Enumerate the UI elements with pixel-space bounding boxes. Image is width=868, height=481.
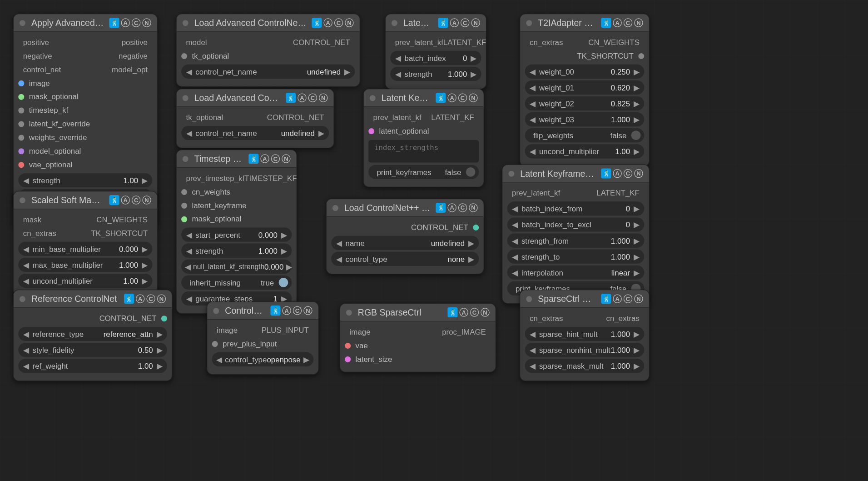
node-latent-keyframe-group[interactable]: Latent Keyframe Group🕺ACN prev_latent_kf… [363, 89, 485, 187]
widget-weight-01[interactable]: ◀weight_010.620▶ [525, 80, 645, 95]
widget-sparse-nonhint-mult[interactable]: ◀sparse_nonhint_mult1.000▶ [525, 343, 645, 357]
badge-blue-icon: 🕺 [109, 18, 119, 28]
badge-n-icon: N [142, 18, 151, 27]
port-in[interactable] [18, 107, 24, 113]
slot-label: image [29, 79, 50, 88]
widget-control-type[interactable]: ◀control_typeopenpose▶ [212, 352, 314, 366]
widget-min-base-multiplier[interactable]: ◀min_base_multiplier0.000▶ [18, 242, 152, 256]
node-reference-controlnet[interactable]: Reference ControlNet🕺ACN CONTROL_NET ◀re… [13, 290, 173, 381]
widget-name[interactable]: ◀nameundefined▶ [331, 236, 479, 250]
widget-batch-index[interactable]: ◀batch_index0▶ [390, 51, 481, 65]
node-title[interactable]: Load Advanced ControlNet Model (diff) 🕺A… [177, 14, 360, 32]
widget-strength-to[interactable]: ◀strength_to1.000▶ [507, 250, 645, 264]
arrow-right-icon[interactable]: ▶ [140, 176, 149, 185]
widget-weight-00[interactable]: ◀weight_000.250▶ [525, 65, 645, 79]
badge-c-icon: C [132, 18, 141, 27]
node-latent-keyframe[interactable]: Latent Keyframe🕺ACN prev_latent_kfLATENT… [385, 14, 487, 89]
port-in[interactable] [18, 162, 24, 168]
node-title[interactable]: Apply Advanced ControlNet 🕺 A C N [14, 14, 157, 32]
node-sparsectrl-weight-extras[interactable]: SparseCtrl Weight Extras🕺ACN cn_extrascn… [520, 290, 650, 381]
slot-label: model_optional [29, 146, 81, 155]
widget-weight-02[interactable]: ◀weight_020.825▶ [525, 96, 645, 110]
widget-strength[interactable]: ◀strength1.000▶ [390, 67, 481, 81]
slot-label: negative [23, 51, 52, 60]
badge-a-icon: A [121, 18, 130, 27]
widget-reference-type[interactable]: ◀reference_typereference_attn▶ [18, 327, 167, 341]
widget-value[interactable]: 1.00 [123, 176, 140, 185]
port-in[interactable] [18, 121, 24, 127]
node-t2i-adapter-soft-weights[interactable]: T2IAdapter Soft Weights🕺ACN cn_extrasCN_… [520, 14, 650, 167]
toggle-flip-weights[interactable]: flip_weightsfalse [525, 128, 645, 142]
widget-sparse-mask-mult[interactable]: ◀sparse_mask_mult1.000▶ [525, 359, 645, 373]
port-in[interactable] [181, 53, 187, 59]
port-in[interactable] [18, 80, 24, 86]
toggle-print-keyframes[interactable]: print_keyframesfalse [368, 165, 479, 179]
widget-start-percent[interactable]: ◀start_percent0.000▶ [181, 227, 292, 241]
collapse-icon[interactable] [183, 20, 188, 26]
widget-control-net-name[interactable]: ◀control_net_nameundefined▶ [181, 65, 355, 79]
widget-uncond-multiplier[interactable]: ◀uncond_multiplier1.00▶ [18, 274, 152, 288]
slot-label: control_net [23, 65, 61, 74]
widget-weight-03[interactable]: ◀weight_031.000▶ [525, 112, 645, 126]
slot-label: positive [23, 38, 49, 47]
widget-strength-from[interactable]: ◀strength_from1.000▶ [507, 234, 645, 248]
port-in[interactable] [18, 135, 24, 140]
widget-style-fidelity[interactable]: ◀style_fidelity0.50▶ [18, 343, 167, 357]
node-latent-keyframe-interpolation[interactable]: Latent Keyframe Interpolation🕺ACN prev_l… [502, 164, 650, 304]
textbox-index-strengths[interactable]: index_strengths [368, 140, 479, 162]
widget-max-base-multiplier[interactable]: ◀max_base_multiplier1.000▶ [18, 258, 152, 272]
widget-interpolation[interactable]: ◀interpolationlinear▶ [507, 266, 645, 280]
widget-batch-index-to-excl[interactable]: ◀batch_index_to_excl0▶ [507, 217, 645, 231]
widget-batch-index-from[interactable]: ◀batch_index_from0▶ [507, 201, 645, 215]
widget-uncond-multiplier[interactable]: ◀uncond_multiplier1.00▶ [525, 144, 645, 158]
port-in[interactable] [18, 94, 24, 100]
widget-strength[interactable]: ◀strength1.00▶ [18, 173, 152, 187]
slot-label: vae_optional [29, 160, 73, 169]
toggle-inherit-missing[interactable]: inherit_missingtrue [181, 276, 292, 290]
widget-label: strength [30, 176, 123, 185]
node-load-advanced-controlnet[interactable]: Load Advanced ControlNet Model🕺ACN tk_op… [176, 89, 334, 148]
widget-ref-weight[interactable]: ◀ref_weight1.00▶ [18, 359, 167, 373]
widget-null-latent-kf-strength[interactable]: ◀null_latent_kf_strength0.000▶ [181, 260, 292, 274]
slot-label: positive [122, 38, 148, 47]
slot-label: latent_kf_override [29, 120, 90, 129]
arrow-left-icon[interactable]: ◀ [22, 176, 30, 185]
node-scaled-soft-masked-weights[interactable]: Scaled Soft Masked Weights🕺ACN maskCN_WE… [13, 191, 158, 296]
widget-strength[interactable]: ◀strength1.000▶ [181, 244, 292, 258]
widget-sparse-hint-mult[interactable]: ◀sparse_hint_mult1.000▶ [525, 327, 645, 341]
badges: 🕺 A C N [109, 18, 151, 28]
node-load-controlnet-pp-single[interactable]: Load ControlNet++ Model (Single)🕺ACN CON… [326, 199, 484, 274]
slot-label: mask_optional [29, 92, 79, 101]
node-rgb-sparsectrl[interactable]: RGB SparseCtrl🕺ACN imageproc_IMAGE vae l… [340, 303, 496, 372]
node-timestep-keyframe[interactable]: Timestep Keyframe🕺ACN prev_timestep_kfTI… [176, 150, 297, 314]
node-controlnet-pp-input[interactable]: ControlNet++ Input🕺ACN imagePLUS_INPUT p… [207, 301, 319, 375]
slot-label: negative [119, 51, 148, 60]
slot-label: timestep_kf [29, 106, 68, 115]
widget-control-net-name[interactable]: ◀control_net_nameundefined▶ [181, 126, 329, 140]
slot-label: weights_override [29, 133, 87, 142]
collapse-icon[interactable] [20, 20, 25, 26]
slot-label: model_opt [112, 65, 148, 74]
title-label: Load Advanced ControlNet Model (diff) [194, 18, 307, 28]
widget-control-type[interactable]: ◀control_typenone▶ [331, 252, 479, 266]
title-label: Apply Advanced ControlNet [31, 18, 104, 28]
node-load-advanced-controlnet-diff[interactable]: Load Advanced ControlNet Model (diff) 🕺A… [176, 14, 360, 87]
port-in[interactable] [18, 148, 24, 154]
